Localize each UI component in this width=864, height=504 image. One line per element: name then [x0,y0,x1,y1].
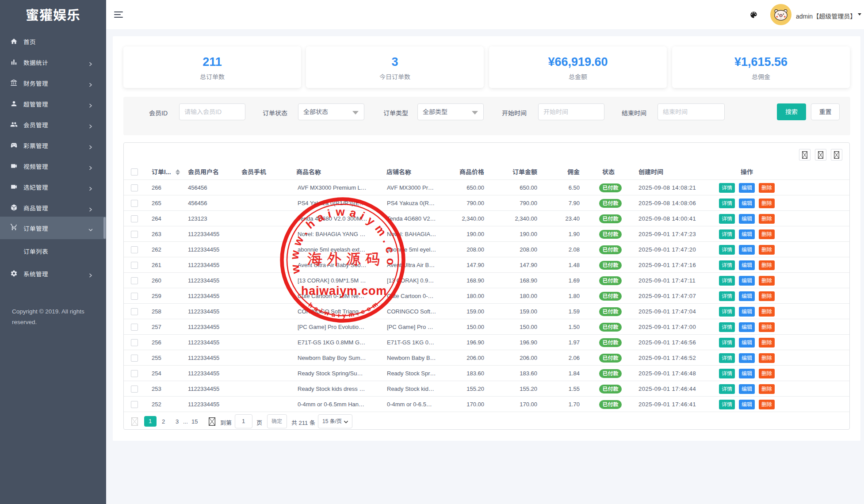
svg-text:haiwaiym.com: haiwaiym.com [301,284,387,298]
svg-text:海外源码: 海外源码 [307,248,385,269]
